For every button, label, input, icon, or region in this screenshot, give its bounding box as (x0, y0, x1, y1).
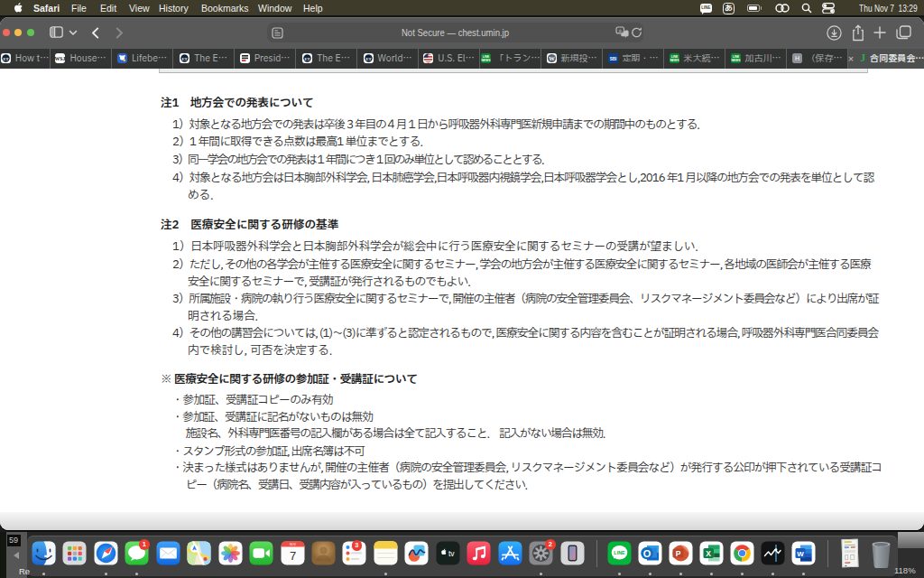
svg-text:H: H (794, 55, 799, 61)
svg-text:NEWS: NEWS (481, 59, 491, 62)
svg-text:ET: ET (305, 57, 310, 61)
svg-text:W: W (549, 55, 555, 61)
svg-text:7: 7 (289, 549, 295, 563)
svg-text:SBI: SBI (609, 57, 616, 61)
svg-text:NEWS: NEWS (670, 59, 679, 62)
svg-text:あ: あ (618, 28, 623, 34)
svg-text:WSJ: WSJ (55, 56, 65, 61)
svg-text:O: O (642, 548, 651, 559)
svg-text:W: W (797, 550, 804, 558)
svg-text:tv: tv (448, 549, 455, 558)
svg-text:ET: ET (182, 57, 188, 61)
svg-text:NEWS: NEWS (731, 59, 741, 62)
svg-text:ET: ET (365, 57, 371, 61)
svg-text:X: X (706, 549, 711, 558)
svg-text:P: P (675, 549, 680, 558)
svg-text:ET: ET (3, 57, 8, 61)
svg-text:LINE: LINE (614, 550, 625, 555)
svg-text:NOV: NOV (289, 543, 296, 546)
